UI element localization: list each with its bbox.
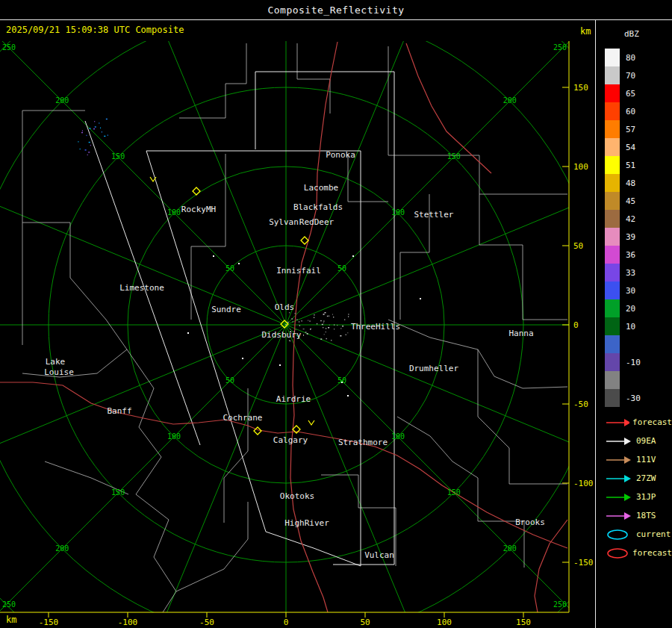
title-bar: Composite_Reflectivity <box>0 0 672 20</box>
echo-dot <box>323 322 324 323</box>
legend-label: 31JP <box>636 492 656 502</box>
city-label: RedDeer <box>299 217 335 227</box>
ring-distance-label: 150 <box>447 152 461 161</box>
colorbar-value: 80 <box>626 53 635 63</box>
ring-distance-label: 200 <box>503 96 517 105</box>
echo-dot <box>329 316 329 317</box>
ellipse-icon <box>605 547 629 559</box>
city-label: Airdrie <box>276 394 311 404</box>
echo-dot <box>314 314 314 315</box>
colorbar-swatch <box>605 138 620 156</box>
azimuth-spoke <box>0 153 286 325</box>
echo-dot <box>310 329 311 329</box>
colorbar-value: 42 <box>626 214 635 224</box>
ring-distance-label: 50 <box>225 264 234 273</box>
right-axis-label: -100 <box>573 479 594 488</box>
colorbar-swatch <box>605 317 620 335</box>
city-label: Brooks <box>515 517 545 527</box>
timestamp-label: 2025/09/21 15:09:38 UTC Composite <box>6 25 184 35</box>
colorbar-value: 48 <box>626 178 635 188</box>
legend-item: forecast <box>605 544 672 562</box>
echo-dot <box>89 128 90 128</box>
range-ring <box>0 0 595 628</box>
colorbar-row: 80 <box>605 49 672 66</box>
radar-map-canvas[interactable]: 5010015020025050100150200250501001502002… <box>0 0 595 628</box>
point-marker <box>238 263 240 264</box>
echo-dot <box>340 328 341 329</box>
ring-distance-label: 150 <box>111 152 125 161</box>
ring-distance-label: 100 <box>167 432 181 441</box>
legend-item: current <box>605 525 672 544</box>
colorbar-row: 57 <box>605 120 672 138</box>
legend-item: 27ZW <box>605 469 672 488</box>
sector-boundary <box>255 72 394 565</box>
echo-dot <box>331 340 332 341</box>
legend-label: 18TS <box>636 511 656 520</box>
echo-dot <box>324 334 325 335</box>
county-boundary <box>224 388 248 523</box>
echo-dot <box>347 332 348 333</box>
colorbar-row: 54 <box>605 138 672 156</box>
colorbar-value: 57 <box>626 125 635 134</box>
colorbar-value: -30 <box>626 394 641 403</box>
azimuth-spoke <box>0 325 286 497</box>
echo-dot <box>323 327 323 328</box>
azimuth-spoke <box>286 8 595 325</box>
echo-dot <box>303 329 305 329</box>
colorbar-swatch <box>605 66 620 84</box>
bottom-axis-label: 100 <box>437 618 452 627</box>
echo-dot <box>345 335 346 335</box>
city-label: RockyMH <box>181 205 216 214</box>
legend-item: 111V <box>605 450 672 469</box>
city-label: Cochrane <box>223 413 263 423</box>
colorbar-swatch <box>605 49 620 66</box>
colorbar-value: 30 <box>626 286 635 296</box>
point-marker <box>279 364 281 366</box>
echo-dot <box>342 326 343 326</box>
highway-line <box>535 520 567 612</box>
ring-distance-label: 100 <box>391 432 405 441</box>
echo-dot <box>99 122 99 123</box>
colorbar-title: dBZ <box>624 29 672 40</box>
echo-dot <box>307 333 308 334</box>
city-label: Limestone <box>119 283 164 293</box>
county-boundary <box>478 349 567 484</box>
ring-distance-label: 250 <box>2 600 16 609</box>
echo-dot <box>334 329 335 329</box>
colorbar-row: 48 <box>605 174 672 192</box>
ring-distance-label: 250 <box>553 600 567 609</box>
highway-line <box>0 382 567 548</box>
point-marker <box>187 332 189 334</box>
echo-dot <box>326 328 326 329</box>
colorbar-row <box>605 335 672 353</box>
echo-dot <box>102 131 102 132</box>
colorbar-row: 45 <box>605 192 672 210</box>
arrow-icon <box>605 417 629 429</box>
city-label: Hanna <box>508 329 533 338</box>
colorbar-swatch <box>605 192 620 210</box>
legend-item: forecast <box>605 413 672 432</box>
legend-label: 111V <box>636 455 656 464</box>
bottom-axis-label: 0 <box>284 618 289 627</box>
ring-distance-label: 250 <box>553 43 567 52</box>
azimuth-spoke <box>114 325 286 628</box>
echo-dot <box>289 312 290 313</box>
echo-dot <box>88 152 90 152</box>
tracks-legend: forecast09EA111V27ZW31JP18TScurrentforec… <box>605 413 672 562</box>
colorbar-swatch <box>605 264 620 282</box>
colorbar-value: 20 <box>626 304 635 314</box>
county-boundary <box>479 194 567 320</box>
echo-dot <box>100 128 101 128</box>
colorbar-value: 39 <box>626 232 635 242</box>
colorbar-swatch <box>605 174 620 192</box>
legend-item: 09EA <box>605 432 672 450</box>
colorbar-value: 65 <box>626 89 635 99</box>
county-boundary <box>179 43 246 118</box>
colorbar-swatch <box>605 228 620 246</box>
chevron-marker <box>308 420 314 425</box>
echo-dot <box>302 320 302 321</box>
ring-distance-label: 200 <box>55 96 69 105</box>
azimuth-spoke <box>0 8 286 325</box>
right-axis-label: 0 <box>573 320 579 330</box>
legend-label: 27ZW <box>636 473 656 483</box>
